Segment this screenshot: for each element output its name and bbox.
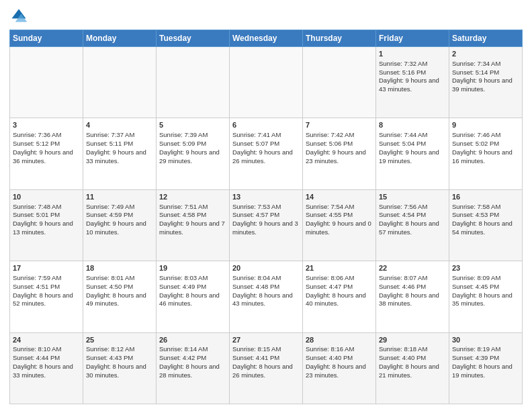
calendar-cell: 28Sunrise: 8:16 AMSunset: 4:40 PMDayligh… <box>303 332 376 404</box>
day-info: Sunrise: 7:53 AM <box>232 203 300 212</box>
day-info: Sunset: 5:06 PM <box>306 140 373 148</box>
day-number: 17 <box>13 263 80 273</box>
day-info: Sunrise: 8:18 AM <box>379 345 446 354</box>
day-info: Sunrise: 8:15 AM <box>232 345 300 354</box>
day-info: Sunrise: 8:12 AM <box>86 345 153 354</box>
header-row: SundayMondayTuesdayWednesdayThursdayFrid… <box>10 30 523 47</box>
day-info: Sunset: 4:57 PM <box>232 211 300 220</box>
day-info: Daylight: 8 hours and 35 minutes. <box>452 291 519 309</box>
day-info: Sunset: 4:39 PM <box>452 354 519 363</box>
calendar-week-row: 3Sunrise: 7:36 AMSunset: 5:12 PMDaylight… <box>10 118 523 189</box>
day-info: Sunset: 4:43 PM <box>86 354 153 363</box>
day-info: Daylight: 8 hours and 54 minutes. <box>452 220 519 237</box>
day-number: 2 <box>452 49 519 59</box>
day-info: Sunrise: 7:42 AM <box>306 131 373 140</box>
day-number: 15 <box>379 192 446 202</box>
day-info: Sunset: 4:50 PM <box>86 283 153 291</box>
weekday-header: Wednesday <box>230 30 303 47</box>
calendar-cell <box>157 47 230 118</box>
calendar-cell <box>10 47 83 118</box>
day-info: Daylight: 9 hours and 10 minutes. <box>86 220 153 237</box>
day-info: Sunrise: 8:19 AM <box>452 345 519 354</box>
day-info: Daylight: 8 hours and 30 minutes. <box>86 363 153 380</box>
weekday-header: Friday <box>376 30 449 47</box>
day-number: 11 <box>86 192 153 202</box>
calendar-cell: 18Sunrise: 8:01 AMSunset: 4:50 PMDayligh… <box>83 261 157 332</box>
calendar-cell: 13Sunrise: 7:53 AMSunset: 4:57 PMDayligh… <box>230 189 303 261</box>
logo <box>9 7 31 26</box>
day-info: Daylight: 8 hours and 33 minutes. <box>13 363 80 380</box>
day-info: Sunrise: 7:49 AM <box>86 203 153 212</box>
day-number: 9 <box>452 120 519 130</box>
day-info: Sunset: 4:48 PM <box>232 283 300 291</box>
day-info: Sunset: 5:16 PM <box>379 68 446 77</box>
calendar-cell: 9Sunrise: 7:46 AMSunset: 5:02 PMDaylight… <box>449 118 523 189</box>
calendar-cell: 11Sunrise: 7:49 AMSunset: 4:59 PMDayligh… <box>83 189 157 261</box>
day-number: 18 <box>86 263 153 273</box>
weekday-header: Thursday <box>303 30 376 47</box>
calendar-cell: 10Sunrise: 7:48 AMSunset: 5:01 PMDayligh… <box>10 189 83 261</box>
calendar-cell: 8Sunrise: 7:44 AMSunset: 5:04 PMDaylight… <box>376 118 449 189</box>
calendar-cell: 12Sunrise: 7:51 AMSunset: 4:58 PMDayligh… <box>157 189 230 261</box>
day-info: Sunset: 4:51 PM <box>13 283 80 291</box>
calendar-header: SundayMondayTuesdayWednesdayThursdayFrid… <box>10 30 523 47</box>
day-info: Daylight: 8 hours and 57 minutes. <box>379 220 446 237</box>
calendar-cell: 20Sunrise: 8:04 AMSunset: 4:48 PMDayligh… <box>230 261 303 332</box>
day-info: Sunset: 4:59 PM <box>86 211 153 220</box>
day-info: Sunrise: 7:54 AM <box>306 203 373 212</box>
day-info: Sunrise: 7:37 AM <box>86 131 153 140</box>
day-info: Daylight: 8 hours and 28 minutes. <box>159 363 226 380</box>
day-number: 7 <box>306 120 373 130</box>
day-number: 24 <box>13 335 80 345</box>
calendar-cell: 4Sunrise: 7:37 AMSunset: 5:11 PMDaylight… <box>83 118 157 189</box>
calendar-week-row: 1Sunrise: 7:32 AMSunset: 5:16 PMDaylight… <box>10 47 523 118</box>
weekday-header: Sunday <box>10 30 83 47</box>
day-info: Sunrise: 7:46 AM <box>452 131 519 140</box>
day-info: Sunset: 4:46 PM <box>379 283 446 291</box>
day-info: Sunset: 5:12 PM <box>13 140 80 148</box>
day-info: Daylight: 9 hours and 16 minutes. <box>452 148 519 166</box>
day-info: Sunrise: 7:39 AM <box>159 131 226 140</box>
calendar-cell: 22Sunrise: 8:07 AMSunset: 4:46 PMDayligh… <box>376 261 449 332</box>
day-info: Sunset: 4:40 PM <box>379 354 446 363</box>
day-info: Sunset: 5:01 PM <box>13 211 80 220</box>
day-info: Daylight: 8 hours and 23 minutes. <box>306 363 373 380</box>
day-number: 5 <box>159 120 226 130</box>
day-info: Sunrise: 7:51 AM <box>159 203 226 212</box>
calendar: SundayMondayTuesdayWednesdayThursdayFrid… <box>9 30 523 404</box>
calendar-cell: 24Sunrise: 8:10 AMSunset: 4:44 PMDayligh… <box>10 332 83 404</box>
day-info: Sunrise: 7:32 AM <box>379 60 446 68</box>
day-info: Daylight: 9 hours and 3 minutes. <box>232 220 300 237</box>
day-info: Sunset: 5:09 PM <box>159 140 226 148</box>
day-info: Daylight: 9 hours and 19 minutes. <box>379 148 446 166</box>
day-info: Daylight: 8 hours and 19 minutes. <box>452 363 519 380</box>
day-number: 3 <box>13 120 80 130</box>
calendar-cell: 27Sunrise: 8:15 AMSunset: 4:41 PMDayligh… <box>230 332 303 404</box>
day-info: Daylight: 9 hours and 0 minutes. <box>306 220 373 237</box>
day-number: 14 <box>306 192 373 202</box>
day-info: Sunset: 5:02 PM <box>452 140 519 148</box>
calendar-cell: 14Sunrise: 7:54 AMSunset: 4:55 PMDayligh… <box>303 189 376 261</box>
calendar-body: 1Sunrise: 7:32 AMSunset: 5:16 PMDaylight… <box>10 47 523 404</box>
day-info: Sunrise: 8:01 AM <box>86 274 153 283</box>
day-info: Daylight: 8 hours and 40 minutes. <box>306 291 373 309</box>
day-info: Sunset: 4:45 PM <box>452 283 519 291</box>
day-info: Sunset: 4:47 PM <box>306 283 373 291</box>
logo-icon <box>9 7 28 26</box>
calendar-cell: 29Sunrise: 8:18 AMSunset: 4:40 PMDayligh… <box>376 332 449 404</box>
day-number: 8 <box>379 120 446 130</box>
day-number: 29 <box>379 335 446 345</box>
calendar-cell: 5Sunrise: 7:39 AMSunset: 5:09 PMDaylight… <box>157 118 230 189</box>
day-number: 19 <box>159 263 226 273</box>
calendar-cell: 30Sunrise: 8:19 AMSunset: 4:39 PMDayligh… <box>449 332 523 404</box>
day-number: 28 <box>306 335 373 345</box>
calendar-cell: 19Sunrise: 8:03 AMSunset: 4:49 PMDayligh… <box>157 261 230 332</box>
calendar-week-row: 17Sunrise: 7:59 AMSunset: 4:51 PMDayligh… <box>10 261 523 332</box>
page: SundayMondayTuesdayWednesdayThursdayFrid… <box>0 0 532 411</box>
day-info: Sunset: 4:54 PM <box>379 211 446 220</box>
day-info: Sunset: 4:49 PM <box>159 283 226 291</box>
calendar-cell <box>230 47 303 118</box>
weekday-header: Monday <box>83 30 157 47</box>
day-info: Sunset: 4:40 PM <box>306 354 373 363</box>
day-info: Sunset: 5:14 PM <box>452 68 519 77</box>
